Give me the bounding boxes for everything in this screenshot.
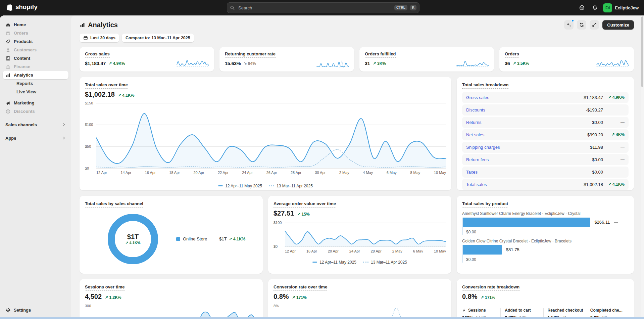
tag-icon — [5, 39, 11, 44]
product-delta: — — [524, 247, 528, 252]
metric-card-returning-rate[interactable]: Returning customer rate 15.63%↘ 84% — [219, 47, 354, 72]
fullscreen-button[interactable] — [590, 20, 599, 30]
chart-legend: 12 Apr–11 May 2025 13 Mar–11 Apr 2025 — [85, 184, 446, 188]
card-title[interactable]: Total sales breakdown — [462, 82, 508, 89]
x-axis-label: 2 May — [339, 171, 349, 175]
card-title[interactable]: Total sales by product — [462, 201, 508, 208]
vertical-scrollbar[interactable] — [641, 15, 644, 319]
notifications-button[interactable] — [589, 2, 600, 13]
sidebar-item-customers[interactable]: Customers — [3, 46, 68, 54]
product-bar-group: Golden Glow Citrine Crystal Bracelet · E… — [462, 239, 629, 263]
sessions-over-time-card: Sessions over time 4,502 ↗ 1.2K% 300 — [80, 279, 263, 319]
sessions-value: 4,502 — [85, 293, 102, 301]
x-axis-label: 10 May — [434, 249, 446, 253]
metric-card-gross-sales[interactable]: Gross sales $1,183.47↗ 4.9K% — [80, 47, 214, 72]
metric-card-orders[interactable]: Orders 36↗ 3.5K% — [499, 47, 634, 72]
bell-icon — [592, 5, 598, 11]
card-title[interactable]: Conversion rate breakdown — [462, 284, 519, 291]
gridline — [96, 168, 446, 169]
breakdown-delta: — — [603, 157, 625, 162]
y-axis-label: $100 — [274, 221, 282, 225]
metric-card-orders-fulfilled[interactable]: Orders fulfilled 31↗ 3K% — [359, 47, 494, 72]
conversion-breakdown-value: 0.8% — [462, 293, 478, 301]
sidebar-item-home[interactable]: Home — [3, 20, 68, 29]
aov-value: $27.51 — [274, 210, 294, 217]
card-title[interactable]: Total sales over time — [85, 82, 128, 89]
x-axis-label: 12 Apr — [96, 171, 107, 175]
metric-title: Orders fulfilled — [365, 51, 396, 58]
product-name: Amethyst Sunflower Charm Energy Bracelet… — [462, 211, 629, 216]
shopify-logo[interactable]: shopify — [5, 3, 37, 11]
sidebar-item-content[interactable]: Content — [3, 54, 68, 62]
breakdown-value: -$193.27 — [586, 107, 603, 112]
sidebar-item-finance[interactable]: Finance — [3, 62, 68, 71]
card-title[interactable]: Average order value over time — [274, 201, 336, 208]
home-icon — [5, 22, 11, 28]
refresh-button[interactable] — [577, 20, 586, 30]
breakdown-row: Returns$0.00— — [462, 117, 629, 128]
product-bar — [463, 218, 590, 227]
card-title[interactable]: Total sales by sales channel — [85, 201, 143, 208]
avatar: Ed — [603, 3, 612, 12]
metric-delta: ↗ 3K% — [373, 61, 386, 66]
date-range-button[interactable]: Last 30 days — [80, 34, 119, 42]
card-title[interactable]: Sessions over time — [85, 284, 125, 291]
breakdown-value: $1,002.18 — [584, 182, 603, 187]
sidebar-item-reports[interactable]: Reports — [3, 79, 68, 88]
breakdown-row: Net sales$990.20↗ 4K% — [462, 129, 629, 140]
sessions-delta: ↗ 1.2K% — [105, 295, 121, 300]
metric-value: 36 — [505, 61, 510, 66]
total-sales-value: $1,002.18 — [85, 91, 115, 98]
breakdown-metric-link[interactable]: Discounts — [466, 107, 586, 112]
customize-button[interactable]: Customize — [602, 20, 634, 30]
sidebar-item-settings[interactable]: Settings — [3, 306, 68, 314]
sidebar-item-products[interactable]: Products — [3, 37, 68, 46]
conversion-value: 0.8% — [274, 293, 289, 301]
x-axis-label: 10 May — [434, 171, 446, 175]
x-axis-label: 14 Apr — [120, 171, 131, 175]
sidebar-section-apps[interactable]: Apps — [3, 134, 68, 142]
sparkline — [457, 58, 489, 67]
compare-button[interactable]: Compare to: 13 Mar–11 Apr 2025 — [122, 34, 194, 42]
insights-button[interactable] — [564, 20, 574, 30]
search-input[interactable] — [238, 5, 392, 11]
sidebar-item-orders[interactable]: Orders — [3, 29, 68, 37]
global-search[interactable]: CTRL K — [227, 2, 419, 13]
aov-line-chart — [285, 223, 446, 246]
breakdown-value: $0.00 — [592, 157, 603, 162]
breakdown-value: $1,183.47 — [584, 95, 603, 100]
y-axis-label: $0 — [85, 166, 89, 170]
breakdown-delta: — — [603, 120, 625, 125]
breakdown-metric-link[interactable]: Taxes — [466, 170, 592, 175]
scrollbar-thumb[interactable] — [641, 16, 643, 87]
card-title[interactable]: Conversion rate over time — [274, 284, 327, 291]
product-bar-group: Amethyst Sunflower Charm Energy Bracelet… — [462, 211, 629, 235]
breakdown-metric-link[interactable]: Total sales — [466, 182, 584, 187]
row-total-sales: Total sales over time $1,002.18 ↗ 4.1K% … — [80, 77, 634, 190]
breakdown-metric-link[interactable]: Return fees — [466, 157, 592, 162]
breakdown-metric-link[interactable]: Gross sales — [466, 95, 584, 100]
sidebar-item-live-view[interactable]: Live View — [3, 88, 68, 96]
legend-previous-label: 13 Mar–11 Apr 2025 — [277, 184, 313, 188]
sidebar-item-marketing[interactable]: Marketing — [3, 99, 68, 107]
notification-dot — [571, 19, 574, 22]
x-axis-label: 24 Apr — [349, 249, 360, 253]
sidebar-item-analytics[interactable]: Analytics — [3, 71, 68, 79]
channel-value: $1T — [219, 236, 227, 241]
breakdown-row: Taxes$0.00— — [462, 167, 629, 178]
bottom-highlight-strip — [0, 317, 644, 319]
breakdown-metric-link[interactable]: Shipping charges — [466, 145, 590, 150]
returning-rate-sparkline — [317, 58, 349, 67]
sidebar-item-discounts[interactable]: Discounts — [3, 107, 68, 116]
breakdown-metric-link[interactable]: Net sales — [466, 132, 587, 137]
breakdown-delta: — — [603, 107, 625, 112]
y-axis-label: $0 — [274, 244, 278, 248]
topbar: shopify CTRL K Ed EclipticJew — [0, 0, 644, 15]
sidebar-section-sales-channels[interactable]: Sales channels — [3, 120, 68, 129]
product-value: $81.75 — [506, 247, 519, 252]
breakdown-metric-link[interactable]: Returns — [466, 120, 592, 125]
account-menu[interactable]: Ed EclipticJew — [602, 2, 641, 13]
sidekick-button[interactable] — [577, 2, 587, 13]
breakdown-delta: ↗ 4.9K% — [603, 95, 625, 100]
x-axis-label: 2 May — [392, 249, 402, 253]
